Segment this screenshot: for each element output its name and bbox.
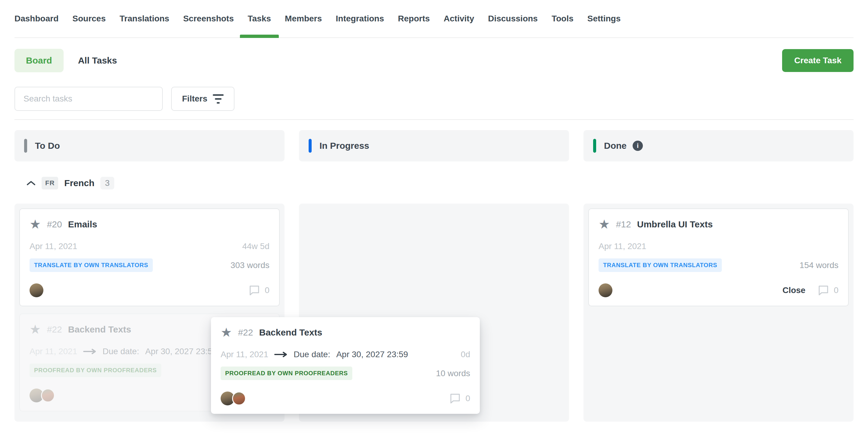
done-status-bar [593, 139, 596, 153]
task-time-left: 44w 5d [242, 241, 270, 251]
due-date-value: Apr 30, 2027 23:59 [145, 347, 217, 356]
comment-count: 0 [465, 394, 470, 403]
task-title: Backend Texts [68, 324, 131, 335]
column-header-in-progress: In Progress [299, 130, 569, 161]
column-headers: To Do In Progress Done i [14, 130, 854, 161]
task-count-badge: 3 [100, 177, 114, 190]
task-id: #12 [616, 219, 631, 230]
nav-item-sources[interactable]: Sources [72, 0, 106, 37]
nav-item-reports[interactable]: Reports [398, 0, 430, 37]
column-label-todo: To Do [35, 141, 60, 151]
nav-item-tools[interactable]: Tools [552, 0, 574, 37]
nav-item-members[interactable]: Members [285, 0, 322, 37]
task-word-count: 10 words [436, 369, 470, 378]
avatar [232, 392, 246, 405]
due-date-label: Due date: [293, 350, 330, 359]
column-header-todo: To Do [14, 130, 284, 161]
assignee-avatars [598, 283, 613, 297]
comment-icon [818, 285, 829, 296]
comment-count: 0 [834, 285, 838, 295]
task-date: Apr 11, 2021 [30, 241, 77, 251]
due-date-label: Due date: [102, 347, 139, 356]
task-type-badge: PROOFREAD BY OWN PROOFREADERS [221, 367, 352, 380]
assignee-avatars [30, 389, 55, 402]
search-input[interactable] [14, 87, 163, 111]
todo-status-bar [24, 139, 27, 153]
task-word-count: 303 words [230, 261, 270, 270]
section-divider [14, 119, 854, 120]
language-group-row: FR French 3 [27, 175, 854, 191]
language-code-badge: FR [41, 177, 58, 190]
nav-item-integrations[interactable]: Integrations [336, 0, 384, 37]
arrow-right-icon [83, 348, 96, 355]
column-header-done: Done i [584, 130, 854, 161]
due-date-value: Apr 30, 2027 23:59 [336, 350, 408, 359]
avatar[interactable] [598, 283, 613, 297]
nav-item-tasks[interactable]: Tasks [248, 0, 271, 37]
star-icon[interactable]: ★ [30, 218, 41, 231]
info-icon[interactable]: i [632, 141, 643, 151]
filter-row: Filters [14, 87, 854, 111]
comment-icon [450, 393, 461, 404]
create-task-button[interactable]: Create Task [782, 49, 854, 72]
arrow-right-icon [274, 351, 287, 358]
task-id: #22 [47, 324, 62, 335]
in-progress-status-bar [309, 139, 312, 153]
task-title: Backend Texts [259, 327, 322, 338]
star-icon[interactable]: ★ [221, 326, 232, 339]
filters-button[interactable]: Filters [171, 87, 235, 111]
tab-all-tasks[interactable]: All Tasks [78, 56, 117, 66]
star-icon[interactable]: ★ [598, 218, 610, 231]
task-card-emails[interactable]: ★ #20 Emails Apr 11, 2021 44w 5d TRANSLA… [19, 208, 280, 306]
task-date: Apr 11, 2021 [598, 241, 646, 251]
filter-icon [213, 94, 224, 104]
nav-item-dashboard[interactable]: Dashboard [14, 0, 59, 37]
task-card-backend-dragging[interactable]: ★ #22 Backend Texts Apr 11, 2021 Due dat… [211, 317, 480, 414]
assignee-avatars [221, 392, 246, 405]
nav-item-screenshots[interactable]: Screenshots [183, 0, 234, 37]
avatar [41, 389, 55, 402]
language-name: French [64, 178, 94, 188]
tasks-board-page: Dashboard Sources Translations Screensho… [0, 0, 868, 437]
main-nav: Dashboard Sources Translations Screensho… [14, 0, 854, 38]
task-type-badge: TRANSLATE BY OWN TRANSLATORS [598, 259, 722, 272]
column-label-done: Done [604, 141, 627, 151]
task-id: #22 [238, 327, 253, 338]
nav-item-activity[interactable]: Activity [444, 0, 474, 37]
nav-item-settings[interactable]: Settings [587, 0, 621, 37]
avatar[interactable] [30, 283, 43, 297]
comment-icon [249, 285, 260, 296]
filters-button-label: Filters [182, 94, 207, 104]
board-toolbar: Board All Tasks Create Task [14, 49, 854, 72]
task-date: Apr 11, 2021 [221, 350, 268, 359]
task-id: #20 [47, 219, 62, 230]
tab-board[interactable]: Board [14, 49, 64, 72]
task-title: Umbrella UI Texts [637, 219, 713, 230]
task-date: Apr 11, 2021 [30, 347, 77, 356]
chevron-up-icon[interactable] [27, 180, 36, 186]
task-title: Emails [68, 219, 97, 230]
assignee-avatars [30, 283, 43, 297]
task-type-badge: TRANSLATE BY OWN TRANSLATORS [30, 259, 153, 272]
nav-item-discussions[interactable]: Discussions [488, 0, 538, 37]
task-word-count: 154 words [800, 261, 838, 270]
task-time-left: 0d [461, 350, 470, 359]
nav-item-translations[interactable]: Translations [120, 0, 169, 37]
task-card-umbrella[interactable]: ★ #12 Umbrella UI Texts Apr 11, 2021 TRA… [588, 208, 849, 306]
column-label-in-progress: In Progress [319, 141, 369, 151]
comment-count: 0 [265, 285, 270, 295]
task-type-badge: PROOFREAD BY OWN PROOFREADERS [30, 364, 161, 377]
close-task-button[interactable]: Close [782, 285, 805, 295]
lane-done: ★ #12 Umbrella UI Texts Apr 11, 2021 TRA… [584, 204, 854, 422]
star-icon: ★ [30, 323, 41, 336]
